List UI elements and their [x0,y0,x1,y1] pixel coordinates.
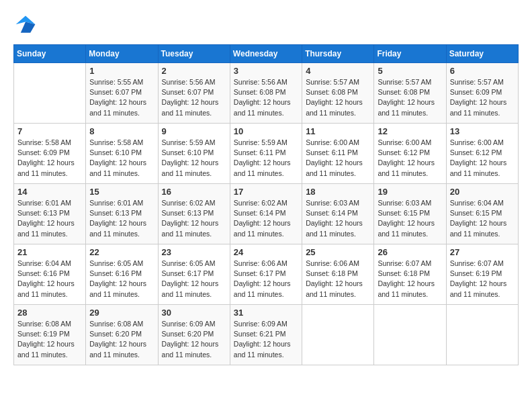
day-info: Sunrise: 5:57 AMSunset: 6:08 PMDaylight:… [306,77,370,118]
day-number: 29 [89,308,154,318]
day-number: 4 [306,66,370,76]
logo-icon [13,13,38,38]
calendar-cell: 25Sunrise: 6:06 AMSunset: 6:18 PMDayligh… [302,244,374,305]
weekday-header-wednesday: Wednesday [230,45,302,63]
calendar-cell: 3Sunrise: 5:56 AMSunset: 6:08 PMDaylight… [230,63,302,124]
day-info: Sunrise: 6:09 AMSunset: 6:20 PMDaylight:… [162,319,226,360]
calendar-week-1: 1Sunrise: 5:55 AMSunset: 6:07 PMDaylight… [14,63,519,124]
page-header [13,13,519,38]
calendar-cell: 7Sunrise: 5:58 AMSunset: 6:09 PMDaylight… [14,124,86,184]
calendar-cell: 6Sunrise: 5:57 AMSunset: 6:09 PMDaylight… [446,63,518,124]
calendar-cell [374,305,446,365]
day-info: Sunrise: 5:58 AMSunset: 6:10 PMDaylight:… [89,138,154,179]
day-info: Sunrise: 6:00 AMSunset: 6:11 PMDaylight:… [306,138,370,179]
calendar-week-3: 14Sunrise: 6:01 AMSunset: 6:13 PMDayligh… [14,184,519,244]
day-info: Sunrise: 6:08 AMSunset: 6:20 PMDaylight:… [89,319,154,360]
calendar-week-5: 28Sunrise: 6:08 AMSunset: 6:19 PMDayligh… [14,305,519,365]
calendar-week-4: 21Sunrise: 6:04 AMSunset: 6:16 PMDayligh… [14,244,519,305]
day-info: Sunrise: 6:05 AMSunset: 6:16 PMDaylight:… [89,259,154,300]
day-info: Sunrise: 6:02 AMSunset: 6:14 PMDaylight:… [234,198,298,239]
day-number: 27 [450,247,515,257]
calendar-cell: 11Sunrise: 6:00 AMSunset: 6:11 PMDayligh… [302,124,374,184]
calendar-cell: 24Sunrise: 6:06 AMSunset: 6:17 PMDayligh… [230,244,302,305]
calendar-cell: 17Sunrise: 6:02 AMSunset: 6:14 PMDayligh… [230,184,302,244]
calendar-cell: 9Sunrise: 5:59 AMSunset: 6:10 PMDaylight… [158,124,230,184]
day-info: Sunrise: 5:58 AMSunset: 6:09 PMDaylight:… [17,138,82,179]
day-number: 21 [17,247,82,257]
calendar-cell: 26Sunrise: 6:07 AMSunset: 6:18 PMDayligh… [374,244,446,305]
calendar-cell: 23Sunrise: 6:05 AMSunset: 6:17 PMDayligh… [158,244,230,305]
day-number: 13 [450,126,515,136]
day-number: 12 [378,126,442,136]
weekday-header-saturday: Saturday [446,45,518,63]
calendar-header: SundayMondayTuesdayWednesdayThursdayFrid… [14,45,519,63]
weekday-header-monday: Monday [86,45,158,63]
weekday-header-thursday: Thursday [302,45,374,63]
calendar-cell: 12Sunrise: 6:00 AMSunset: 6:12 PMDayligh… [374,124,446,184]
calendar-cell: 30Sunrise: 6:09 AMSunset: 6:20 PMDayligh… [158,305,230,365]
calendar-cell: 4Sunrise: 5:57 AMSunset: 6:08 PMDaylight… [302,63,374,124]
day-number: 16 [162,187,226,197]
day-number: 2 [162,66,226,76]
calendar-body: 1Sunrise: 5:55 AMSunset: 6:07 PMDaylight… [14,63,519,365]
calendar-cell: 28Sunrise: 6:08 AMSunset: 6:19 PMDayligh… [14,305,86,365]
calendar-cell: 10Sunrise: 5:59 AMSunset: 6:11 PMDayligh… [230,124,302,184]
day-number: 1 [89,66,154,76]
day-info: Sunrise: 5:57 AMSunset: 6:08 PMDaylight:… [378,77,442,118]
calendar-week-2: 7Sunrise: 5:58 AMSunset: 6:09 PMDaylight… [14,124,519,184]
day-info: Sunrise: 6:04 AMSunset: 6:15 PMDaylight:… [450,198,515,239]
day-number: 31 [234,308,298,318]
day-number: 6 [450,66,515,76]
day-info: Sunrise: 5:59 AMSunset: 6:10 PMDaylight:… [162,138,226,179]
day-number: 15 [89,187,154,197]
day-number: 8 [89,126,154,136]
calendar-cell: 8Sunrise: 5:58 AMSunset: 6:10 PMDaylight… [86,124,158,184]
day-info: Sunrise: 5:56 AMSunset: 6:07 PMDaylight:… [162,77,226,118]
calendar-cell: 2Sunrise: 5:56 AMSunset: 6:07 PMDaylight… [158,63,230,124]
day-number: 3 [234,66,298,76]
day-info: Sunrise: 6:05 AMSunset: 6:17 PMDaylight:… [162,259,226,300]
day-info: Sunrise: 5:59 AMSunset: 6:11 PMDaylight:… [234,138,298,179]
day-number: 7 [17,126,82,136]
calendar-cell: 20Sunrise: 6:04 AMSunset: 6:15 PMDayligh… [446,184,518,244]
day-number: 20 [450,187,515,197]
calendar-cell [14,63,86,124]
calendar-cell: 21Sunrise: 6:04 AMSunset: 6:16 PMDayligh… [14,244,86,305]
day-number: 10 [234,126,298,136]
day-info: Sunrise: 6:09 AMSunset: 6:21 PMDaylight:… [234,319,298,360]
day-number: 28 [17,308,82,318]
weekday-header-sunday: Sunday [14,45,86,63]
day-info: Sunrise: 6:01 AMSunset: 6:13 PMDaylight:… [17,198,82,239]
calendar-cell: 29Sunrise: 6:08 AMSunset: 6:20 PMDayligh… [86,305,158,365]
calendar-cell: 14Sunrise: 6:01 AMSunset: 6:13 PMDayligh… [14,184,86,244]
day-number: 17 [234,187,298,197]
day-number: 11 [306,126,370,136]
calendar-cell: 16Sunrise: 6:02 AMSunset: 6:13 PMDayligh… [158,184,230,244]
day-number: 26 [378,247,442,257]
calendar-cell: 19Sunrise: 6:03 AMSunset: 6:15 PMDayligh… [374,184,446,244]
calendar-cell: 15Sunrise: 6:01 AMSunset: 6:13 PMDayligh… [86,184,158,244]
day-number: 30 [162,308,226,318]
calendar-cell: 18Sunrise: 6:03 AMSunset: 6:14 PMDayligh… [302,184,374,244]
calendar-cell [302,305,374,365]
day-info: Sunrise: 6:08 AMSunset: 6:19 PMDaylight:… [17,319,82,360]
day-number: 25 [306,247,370,257]
day-number: 19 [378,187,442,197]
day-number: 24 [234,247,298,257]
weekday-header-tuesday: Tuesday [158,45,230,63]
day-number: 9 [162,126,226,136]
calendar: SundayMondayTuesdayWednesdayThursdayFrid… [13,44,519,365]
day-number: 22 [89,247,154,257]
calendar-cell: 5Sunrise: 5:57 AMSunset: 6:08 PMDaylight… [374,63,446,124]
day-number: 23 [162,247,226,257]
calendar-cell: 1Sunrise: 5:55 AMSunset: 6:07 PMDaylight… [86,63,158,124]
day-info: Sunrise: 5:56 AMSunset: 6:08 PMDaylight:… [234,77,298,118]
calendar-cell: 31Sunrise: 6:09 AMSunset: 6:21 PMDayligh… [230,305,302,365]
day-info: Sunrise: 5:55 AMSunset: 6:07 PMDaylight:… [89,77,154,118]
day-info: Sunrise: 6:06 AMSunset: 6:17 PMDaylight:… [234,259,298,300]
day-info: Sunrise: 6:03 AMSunset: 6:14 PMDaylight:… [306,198,370,239]
day-info: Sunrise: 6:07 AMSunset: 6:19 PMDaylight:… [450,259,515,300]
day-info: Sunrise: 6:03 AMSunset: 6:15 PMDaylight:… [378,198,442,239]
day-info: Sunrise: 6:06 AMSunset: 6:18 PMDaylight:… [306,259,370,300]
calendar-cell: 27Sunrise: 6:07 AMSunset: 6:19 PMDayligh… [446,244,518,305]
